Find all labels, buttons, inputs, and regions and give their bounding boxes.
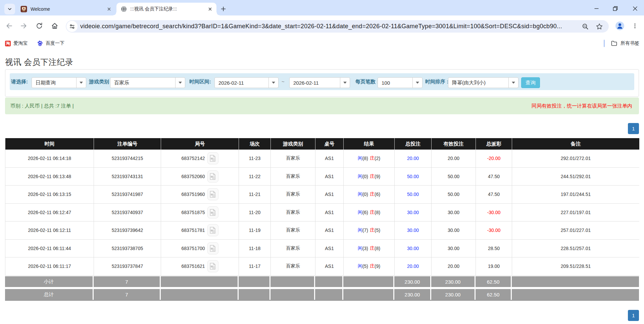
- sort-value: 降幂(由大到小): [448, 80, 508, 86]
- video-file-icon: [209, 172, 217, 180]
- cell-total-bet: 50.00: [395, 186, 432, 204]
- cell-valid-bet: 50.00: [432, 168, 476, 186]
- cell-result: 闲(0)庄(9): [344, 168, 395, 186]
- minimize-button[interactable]: [591, 3, 601, 13]
- cell-total-bet: 30.00: [395, 221, 432, 240]
- back-button[interactable]: [4, 21, 15, 31]
- back-icon: [6, 22, 13, 30]
- cell-bet-id: 523193738705: [94, 240, 161, 258]
- date-start-value: 2026-02-11: [215, 80, 268, 86]
- new-tab-button[interactable]: [218, 4, 228, 13]
- cell-round-id: 683752060: [161, 168, 239, 186]
- summary-note: 同局有效投注，统一计算在该局第一张注单内: [532, 97, 632, 114]
- close-icon: [633, 6, 638, 11]
- chevron-down-icon: [412, 78, 422, 88]
- restore-button[interactable]: [610, 3, 620, 13]
- search-button[interactable]: 查询: [521, 77, 540, 88]
- date-range-label: 时间区间:: [189, 73, 211, 90]
- avatar: [615, 21, 625, 31]
- forward-icon: [20, 22, 27, 30]
- globe-icon: [121, 6, 127, 12]
- bookmark-label: 百度一下: [46, 40, 64, 46]
- cell-session: 11-17: [239, 257, 271, 276]
- bookmark-star-button[interactable]: [594, 22, 604, 32]
- browser-tab-strip: Welcome :::视讯 会员下注纪录:::: [0, 0, 644, 15]
- tab-title: Welcome: [31, 6, 106, 12]
- kebab-menu-icon: [632, 23, 638, 29]
- sort-select[interactable]: 降幂(由大到小): [448, 77, 518, 88]
- video-replay-button[interactable]: [207, 206, 218, 218]
- chevron-down-icon: [340, 78, 350, 88]
- cell-result: 闲(5)庄(9): [344, 257, 395, 276]
- video-replay-button[interactable]: [207, 152, 218, 164]
- cell-session: 11-19: [239, 221, 271, 240]
- reload-button[interactable]: [34, 21, 45, 31]
- chevron-down-icon: [7, 7, 12, 11]
- summary-cell: 总计: [5, 289, 93, 300]
- close-icon[interactable]: [207, 6, 213, 12]
- video-replay-button[interactable]: [207, 188, 218, 200]
- menu-button[interactable]: [630, 21, 640, 31]
- game-type-value: 百家乐: [110, 80, 175, 86]
- tab-active[interactable]: :::视讯 会员下注纪录:::: [116, 3, 216, 15]
- cell-valid-bet: 30.00: [432, 221, 476, 240]
- baidu-icon: du: [37, 40, 43, 46]
- forward-button[interactable]: [18, 21, 29, 31]
- window-close-button[interactable]: [630, 3, 640, 13]
- date-end-value: 2026-02-11: [290, 80, 340, 86]
- date-start-input[interactable]: 2026-02-11: [214, 77, 279, 88]
- column-header: 总投注: [395, 138, 432, 150]
- cell-table-no: AS1: [315, 257, 344, 276]
- cell-total-bet: 30.00: [395, 240, 432, 258]
- tab-welcome[interactable]: Welcome: [16, 3, 115, 15]
- site-settings-button[interactable]: [66, 21, 78, 32]
- home-button[interactable]: [49, 21, 60, 31]
- cell-total-bet: 20.00: [395, 150, 432, 168]
- cell-session: 11-22: [239, 168, 271, 186]
- cell-remark: 244.51/292.01: [512, 168, 639, 186]
- date-separator: ~: [282, 73, 285, 90]
- game-type-select[interactable]: 百家乐: [110, 77, 185, 88]
- profile-button[interactable]: [614, 21, 625, 31]
- video-replay-button[interactable]: [207, 170, 218, 183]
- cell-round-id: 683751781: [161, 221, 239, 240]
- address-bar[interactable]: videoie.com/game/betrecord_search/kind3?…: [66, 20, 609, 33]
- query-type-select[interactable]: 日期查询: [32, 77, 86, 88]
- column-header: 局号: [161, 138, 239, 150]
- query-type-value: 日期查询: [32, 80, 76, 86]
- home-icon: [51, 22, 58, 30]
- cell-time: 2026-02-11 06:11:44: [5, 240, 94, 258]
- all-bookmarks-button[interactable]: 所有书签: [621, 40, 639, 46]
- bookmark-baidu[interactable]: du 百度一下: [37, 38, 64, 49]
- column-header: 结果: [344, 138, 395, 150]
- video-replay-button[interactable]: [207, 242, 218, 254]
- video-replay-button[interactable]: [207, 260, 218, 272]
- folder-icon: [611, 40, 617, 47]
- summary-cell: [512, 276, 639, 287]
- cell-remark: 257.01/227.01: [512, 221, 639, 240]
- cell-valid-bet: 50.00: [432, 186, 476, 204]
- video-replay-button[interactable]: [207, 224, 218, 236]
- page-size-select[interactable]: 100: [378, 77, 423, 88]
- summary-cell: 230.00: [431, 289, 475, 300]
- bookmark-label: 爱淘宝: [13, 40, 28, 46]
- tab-search-button[interactable]: [4, 4, 15, 14]
- summary-cell: 62.50: [476, 289, 511, 300]
- cell-bet-id: 523193744215: [94, 150, 161, 168]
- pagination-page-1[interactable]: 1: [628, 123, 639, 134]
- date-end-input[interactable]: 2026-02-11: [289, 77, 350, 88]
- video-file-icon: [209, 154, 217, 162]
- bookmark-taobao[interactable]: 淘 爱淘宝: [5, 38, 28, 49]
- summary-cell: 小计: [5, 276, 93, 287]
- browser-toolbar: videoie.com/game/betrecord_search/kind3?…: [0, 15, 644, 38]
- url-text[interactable]: videoie.com/game/betrecord_search/kind3?…: [80, 23, 578, 30]
- cell-game: 百家乐: [271, 221, 315, 240]
- close-icon[interactable]: [106, 6, 112, 12]
- column-header: 桌号: [315, 138, 344, 150]
- summary-cell: [239, 289, 269, 300]
- pagination-page-1[interactable]: 1: [628, 310, 639, 321]
- cell-time: 2026-02-11 06:12:11: [5, 221, 94, 240]
- cell-payout: 47.50: [476, 168, 512, 186]
- zoom-button[interactable]: [580, 22, 590, 32]
- summary-cell: [315, 276, 342, 287]
